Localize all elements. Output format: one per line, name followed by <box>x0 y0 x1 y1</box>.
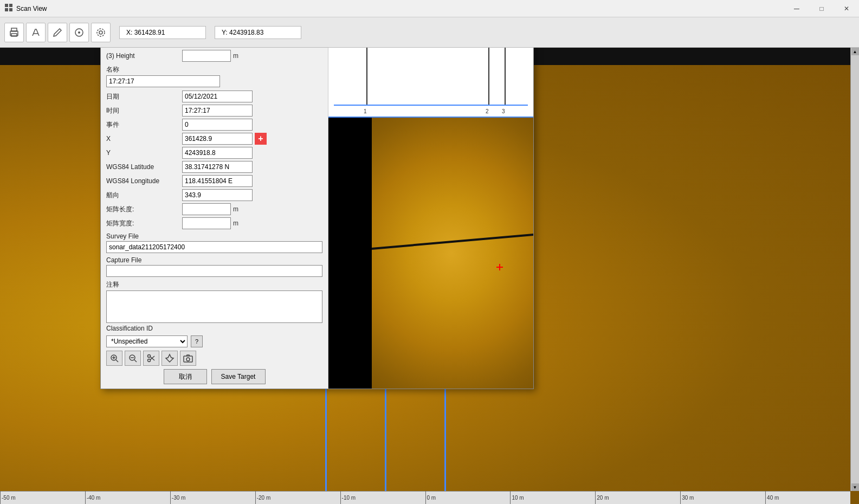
ruler-mark-10: 10 m <box>510 491 524 504</box>
dialog-left-panel: (1) Fish Altitude m (2) Range to Target … <box>101 17 328 389</box>
pen-button[interactable] <box>48 23 67 42</box>
cancel-button[interactable]: 取消 <box>164 369 207 384</box>
paint-button[interactable] <box>26 23 46 42</box>
settings-button[interactable] <box>91 23 111 42</box>
help-button[interactable]: ? <box>191 335 203 347</box>
array-length-row: 矩阵长度: m <box>106 203 322 215</box>
capture-file-input[interactable] <box>106 265 322 277</box>
heading-label: 艏向 <box>106 191 182 200</box>
zoom-out-button[interactable] <box>125 351 141 366</box>
y-input[interactable] <box>182 147 253 159</box>
capture-file-label: Capture File <box>106 256 322 264</box>
save-target-button[interactable]: Save Target <box>211 369 266 384</box>
coord-x-value: 361428.91 <box>134 29 165 36</box>
svg-line-21 <box>134 360 137 362</box>
print-button[interactable] <box>4 23 24 42</box>
scroll-up-arrow[interactable]: ▲ <box>851 48 859 55</box>
classif-input-row: *Unspecified ? <box>106 335 322 347</box>
dialog-right-panel: 1 2 3 <box>328 17 533 389</box>
scan-crosshair <box>496 264 503 270</box>
wgs84-lat-input[interactable] <box>182 161 253 173</box>
wgs84-lat-row: WGS84 Latitude <box>106 161 322 173</box>
svg-line-26 <box>150 356 154 360</box>
name-input[interactable] <box>106 75 220 87</box>
time-row: 时间 <box>106 105 322 117</box>
survey-file-label: Survey File <box>106 232 322 240</box>
array-width-row: 矩阵宽度: m <box>106 217 322 229</box>
svg-point-10 <box>99 31 102 34</box>
heading-row: 艏向 <box>106 189 322 201</box>
classif-label: Classification ID <box>106 325 153 332</box>
scale-ruler: -50 m -40 m -30 m -20 m -10 m 0 m 10 m 2… <box>0 491 850 504</box>
add-marker-button[interactable]: + <box>255 133 267 145</box>
date-label: 日期 <box>106 92 182 101</box>
toolbar: X: 361428.91 Y: 4243918.83 <box>0 17 859 48</box>
classif-select[interactable]: *Unspecified <box>106 335 188 347</box>
height-input[interactable] <box>182 50 231 62</box>
x-coord-row: X + <box>106 133 322 145</box>
array-width-label: 矩阵宽度: <box>106 219 182 228</box>
ruler-mark-neg10: -10 m <box>340 491 356 504</box>
time-input[interactable] <box>182 105 253 117</box>
x-input[interactable] <box>182 133 253 145</box>
svg-rect-0 <box>5 4 8 7</box>
notes-textarea[interactable] <box>106 290 322 323</box>
event-input[interactable] <box>182 119 253 131</box>
profile-number-2: 2 <box>486 108 489 114</box>
app-title: Scan View <box>16 5 47 12</box>
ruler-mark-40: 40 m <box>765 491 779 504</box>
profile-bottom-line <box>334 105 528 106</box>
ruler-mark-neg40: -40 m <box>85 491 101 504</box>
height-unit: m <box>233 52 238 60</box>
name-label: 名称 <box>106 65 322 74</box>
date-row: 日期 <box>106 91 322 102</box>
survey-file-input[interactable] <box>106 241 322 253</box>
close-button[interactable]: ✕ <box>834 0 859 17</box>
svg-line-25 <box>150 357 154 360</box>
svg-rect-1 <box>9 4 12 7</box>
window-controls: ─ □ ✕ <box>784 0 859 17</box>
zoom-in-button[interactable] <box>106 351 122 366</box>
pin-button[interactable] <box>162 351 178 366</box>
wgs84-lon-input[interactable] <box>182 175 253 187</box>
camera-button[interactable] <box>180 351 196 366</box>
height-row: (3) Height m <box>106 50 322 62</box>
y-label: Y <box>106 149 182 157</box>
app-icon <box>4 3 13 14</box>
svg-rect-3 <box>9 8 12 11</box>
icon-toolbar <box>106 351 322 366</box>
time-label: 时间 <box>106 106 182 115</box>
svg-point-9 <box>78 31 80 34</box>
scroll-down-arrow[interactable]: ▼ <box>851 483 859 491</box>
scan-shadow-left <box>328 118 372 389</box>
scrollbar-right[interactable]: ▲ ▼ <box>850 48 859 491</box>
ruler-mark-neg50: -50 m <box>0 491 16 504</box>
profile-number-3: 3 <box>502 108 505 114</box>
array-length-input[interactable] <box>182 203 231 215</box>
height-label: (3) Height <box>106 52 182 60</box>
heading-input[interactable] <box>182 189 253 201</box>
wgs84-lon-label: WGS84 Longitude <box>106 177 182 185</box>
ruler-mark-neg20: -20 m <box>255 491 271 504</box>
dialog-body: (1) Fish Altitude m (2) Range to Target … <box>101 17 533 389</box>
svg-rect-6 <box>11 34 17 36</box>
date-input[interactable] <box>182 91 253 102</box>
svg-point-11 <box>97 29 105 36</box>
coord-y-display: Y: 4243918.83 <box>215 26 301 39</box>
x-label: X <box>106 135 182 143</box>
coord-y-value: 4243918.83 <box>229 29 263 36</box>
cursor-button[interactable] <box>69 23 89 42</box>
maximize-button[interactable]: □ <box>809 0 834 17</box>
scissors-button[interactable] <box>143 351 159 366</box>
coord-x-display: X: 361428.91 <box>119 26 206 39</box>
minimize-button[interactable]: ─ <box>784 0 809 17</box>
array-length-label: 矩阵长度: <box>106 205 182 214</box>
array-width-unit: m <box>233 219 238 227</box>
title-bar: Scan View ─ □ ✕ <box>0 0 859 17</box>
event-row: 事件 <box>106 119 322 131</box>
array-width-input[interactable] <box>182 217 231 229</box>
event-label: 事件 <box>106 120 182 130</box>
svg-point-28 <box>186 358 190 361</box>
action-buttons: 取消 Save Target <box>106 369 322 384</box>
coord-y-label: Y: <box>222 29 228 36</box>
